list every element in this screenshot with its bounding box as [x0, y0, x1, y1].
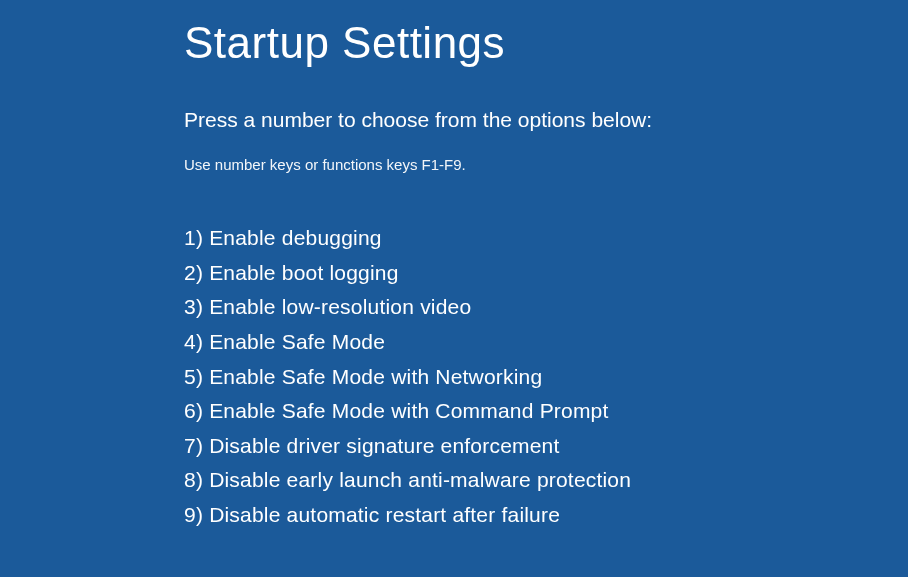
option-label: Enable debugging	[209, 226, 382, 249]
option-enable-boot-logging[interactable]: 2) Enable boot logging	[184, 256, 908, 291]
startup-options-list: 1) Enable debugging 2) Enable boot loggi…	[184, 221, 908, 533]
option-number: 7	[184, 434, 196, 457]
option-enable-debugging[interactable]: 1) Enable debugging	[184, 221, 908, 256]
option-label: Disable automatic restart after failure	[209, 503, 560, 526]
option-number: 8	[184, 468, 196, 491]
option-label: Enable Safe Mode with Command Prompt	[209, 399, 608, 422]
option-number: 2	[184, 261, 196, 284]
option-number: 9	[184, 503, 196, 526]
option-number: 5	[184, 365, 196, 388]
option-disable-early-launch-antimalware[interactable]: 8) Disable early launch anti-malware pro…	[184, 463, 908, 498]
option-label: Enable low-resolution video	[209, 295, 471, 318]
hint-text: Use number keys or functions keys F1-F9.	[184, 156, 908, 173]
option-enable-safe-mode-networking[interactable]: 5) Enable Safe Mode with Networking	[184, 360, 908, 395]
page-title: Startup Settings	[184, 18, 908, 68]
option-number: 1	[184, 226, 196, 249]
option-number: 4	[184, 330, 196, 353]
option-enable-safe-mode-cmd[interactable]: 6) Enable Safe Mode with Command Prompt	[184, 394, 908, 429]
option-label: Enable Safe Mode	[209, 330, 385, 353]
option-number: 6	[184, 399, 196, 422]
option-disable-auto-restart[interactable]: 9) Disable automatic restart after failu…	[184, 498, 908, 533]
option-enable-low-res-video[interactable]: 3) Enable low-resolution video	[184, 290, 908, 325]
option-label: Enable Safe Mode with Networking	[209, 365, 542, 388]
option-label: Disable early launch anti-malware protec…	[209, 468, 631, 491]
option-disable-driver-sig-enforcement[interactable]: 7) Disable driver signature enforcement	[184, 429, 908, 464]
option-label: Disable driver signature enforcement	[209, 434, 559, 457]
option-number: 3	[184, 295, 196, 318]
instruction-text: Press a number to choose from the option…	[184, 108, 908, 132]
option-enable-safe-mode[interactable]: 4) Enable Safe Mode	[184, 325, 908, 360]
option-label: Enable boot logging	[209, 261, 398, 284]
